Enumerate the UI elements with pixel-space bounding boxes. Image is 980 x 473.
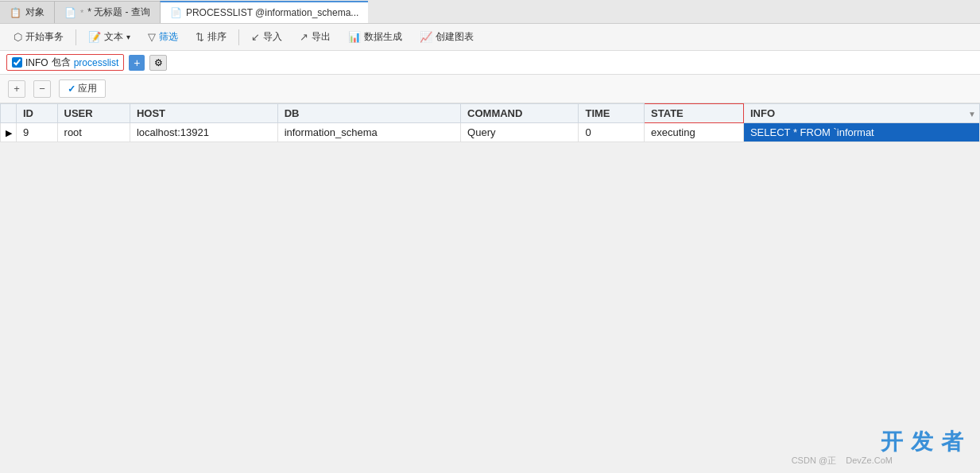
- filter-settings-button[interactable]: ⚙: [149, 55, 167, 71]
- query-icon: 📄: [64, 7, 76, 18]
- cell-id: 9: [17, 123, 58, 142]
- sep2: [238, 29, 239, 45]
- filter-tag: INFO 包含 processlist: [6, 54, 124, 71]
- filter-checkbox[interactable]: [12, 57, 22, 68]
- cell-time: 0: [579, 123, 645, 142]
- table-header-row: ID USER HOST DB COMMAND TIME STATE INFO …: [1, 104, 980, 123]
- col-info[interactable]: INFO ▼: [743, 104, 979, 123]
- apply-bar: + − ✓ 应用: [0, 75, 980, 103]
- add-row-button[interactable]: +: [8, 80, 25, 98]
- generate-icon: 📊: [348, 31, 361, 43]
- sep1: [76, 29, 76, 45]
- col-time[interactable]: TIME: [579, 104, 645, 123]
- row-arrow-icon: ▶: [6, 128, 12, 138]
- data-table: ID USER HOST DB COMMAND TIME STATE INFO …: [0, 103, 980, 142]
- objects-icon: 📋: [10, 7, 21, 18]
- apply-checkmark: ✓: [68, 83, 76, 95]
- sort-icon: ⇅: [196, 31, 204, 43]
- text-button[interactable]: 📝 文本 ▾: [81, 27, 138, 47]
- delete-row-button[interactable]: −: [33, 80, 51, 98]
- info-sort-icon: ▼: [968, 109, 976, 118]
- main-content: [0, 142, 980, 421]
- text-icon: 📝: [88, 31, 101, 43]
- sort-button[interactable]: ⇅ 排序: [188, 27, 234, 47]
- tab-bar: 📋 对象 📄 * * 无标题 - 查询 📄 PROCESSLIST @infor…: [0, 0, 980, 24]
- col-db[interactable]: DB: [277, 104, 460, 123]
- col-user[interactable]: USER: [57, 104, 130, 123]
- col-arrow: [1, 104, 17, 123]
- create-chart-button[interactable]: 📈 创建图表: [413, 27, 481, 47]
- cell-state: executing: [645, 123, 744, 142]
- cell-command: Query: [461, 123, 579, 142]
- text-dropdown-icon: ▾: [126, 33, 130, 41]
- col-id[interactable]: ID: [17, 104, 58, 123]
- apply-label: 应用: [78, 82, 97, 95]
- filter-icon: ▽: [148, 31, 156, 43]
- table-row[interactable]: ▶ 9 root localhost:13921 information_sch…: [1, 123, 980, 142]
- import-button[interactable]: ↙ 导入: [244, 27, 289, 47]
- tab-objects[interactable]: 📋 对象: [0, 1, 54, 23]
- begin-transaction-button[interactable]: ⬡ 开始事务: [6, 27, 71, 47]
- apply-button[interactable]: ✓ 应用: [59, 79, 106, 98]
- export-icon: ↗: [300, 31, 308, 43]
- chart-icon: 📈: [420, 31, 432, 43]
- tab-processlist[interactable]: 📄 PROCESSLIST @information_schema...: [160, 1, 368, 23]
- cell-db: information_schema: [277, 123, 460, 142]
- export-button[interactable]: ↗ 导出: [292, 27, 338, 47]
- filter-button[interactable]: ▽ 筛选: [141, 27, 185, 47]
- cell-info: SELECT * FROM `informat: [743, 123, 979, 142]
- tab-noname-query[interactable]: 📄 * * 无标题 - 查询: [54, 1, 160, 23]
- cell-host: localhost:13921: [130, 123, 277, 142]
- row-arrow-cell: ▶: [1, 123, 17, 142]
- transaction-icon: ⬡: [14, 31, 22, 43]
- filter-bar: INFO 包含 processlist + ⚙: [0, 51, 980, 75]
- toolbar: ⬡ 开始事务 📝 文本 ▾ ▽ 筛选 ⇅ 排序 ↙ 导入 ↗ 导出 📊 数据生成…: [0, 24, 980, 51]
- processlist-icon: 📄: [170, 7, 182, 18]
- col-command[interactable]: COMMAND: [461, 104, 579, 123]
- filter-field-label: INFO: [25, 57, 48, 68]
- cell-user: root: [57, 123, 130, 142]
- filter-operator-label: 包含: [52, 56, 71, 69]
- col-state[interactable]: STATE: [645, 104, 744, 123]
- filter-add-button[interactable]: +: [129, 55, 145, 71]
- data-table-wrapper: ID USER HOST DB COMMAND TIME STATE INFO …: [0, 103, 980, 142]
- col-host[interactable]: HOST: [130, 104, 277, 123]
- generate-data-button[interactable]: 📊 数据生成: [341, 27, 409, 47]
- filter-value-label: processlist: [74, 57, 119, 68]
- import-icon: ↙: [251, 31, 260, 43]
